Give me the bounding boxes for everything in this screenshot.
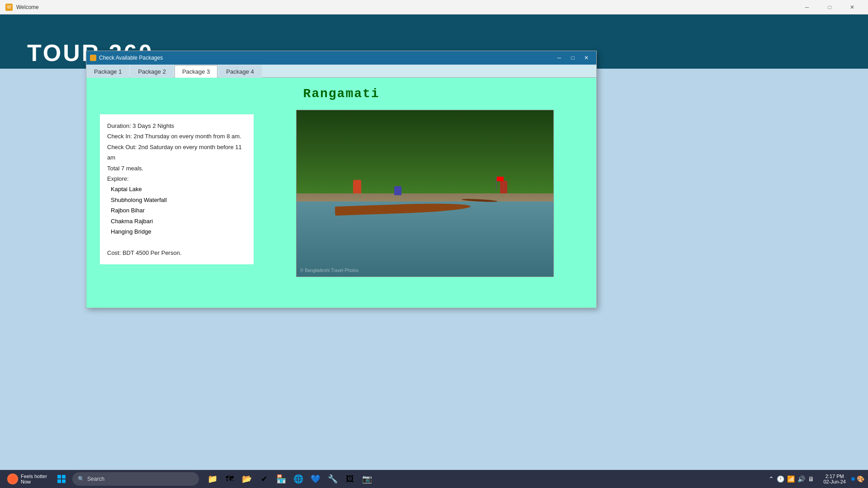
package-destination-title: Rangamati <box>100 87 583 101</box>
explore-item-5: Hanging Bridge <box>111 226 246 237</box>
explore-item-1: Kaptai Lake <box>111 184 246 194</box>
dialog-close-button[interactable]: ✕ <box>580 53 593 62</box>
window-title: Welcome <box>16 4 39 10</box>
tray-clock-icon[interactable]: 🕐 <box>777 475 784 483</box>
explore-item-4: Chakma Rajbari <box>111 216 246 226</box>
dialog-minimize-button[interactable]: ─ <box>553 53 566 62</box>
maximize-button[interactable]: □ <box>819 0 840 14</box>
flag <box>496 177 497 190</box>
weather-icon <box>7 474 18 484</box>
tab-package1[interactable]: Package 1 <box>86 65 129 78</box>
notification-indicator[interactable] <box>851 477 855 481</box>
explore-label: Explore: <box>107 174 246 184</box>
windows-logo <box>57 475 66 483</box>
taskbar-vscode[interactable]: 💙 <box>307 471 324 487</box>
weather-temp: Feels hotter <box>21 474 47 479</box>
taskbar-search[interactable]: 🔍 Search <box>72 472 199 486</box>
minimize-button[interactable]: ─ <box>797 0 817 14</box>
taskbar-right: ⌃ 🕐 📶 🔊 🖥 2:17 PM 02-Jun-24 🎨 <box>765 474 864 484</box>
weather-widget[interactable]: Feels hotter Now <box>4 472 51 486</box>
window-controls: ─ □ ✕ <box>797 0 863 14</box>
close-button[interactable]: ✕ <box>842 0 863 14</box>
taskbar-file-manager[interactable]: 📁 <box>204 471 221 487</box>
weather-sub: Now <box>21 479 47 484</box>
tray-volume[interactable]: 🔊 <box>797 475 805 483</box>
tabs-bar: Package 1 Package 2 Package 3 Package 4 <box>86 65 596 78</box>
dialog-title-text: Check Available Packages <box>99 55 163 61</box>
taskbar: Feels hotter Now 🔍 Search 📁 🗺 📂 ✔ 🏪 🌐 💙 … <box>0 470 868 488</box>
explore-item-2: Shubholong Waterfall <box>111 195 246 205</box>
person1 <box>353 180 361 193</box>
taskbar-maps[interactable]: 🗺 <box>222 471 238 487</box>
taskbar-app-store[interactable]: 🏪 <box>273 471 289 487</box>
tray-network[interactable]: 🖥 <box>808 475 814 483</box>
clock-date: 02-Jun-24 <box>823 479 846 484</box>
explore-item-3: Rajbon Bihar <box>111 205 246 216</box>
taskbar-tick-app[interactable]: ✔ <box>256 471 272 487</box>
search-icon: 🔍 <box>78 476 85 482</box>
taskbar-explorer[interactable]: 📂 <box>239 471 255 487</box>
tab-package3[interactable]: Package 3 <box>175 65 217 78</box>
person3 <box>500 181 507 193</box>
check-packages-dialog: Check Available Packages ─ □ ✕ Package 1… <box>86 51 597 308</box>
search-label: Search <box>87 476 104 482</box>
checkin-line: Check In: 2nd Thursday on every month fr… <box>107 131 246 141</box>
package-info-box: Duration: 3 Days 2 Nights Check In: 2nd … <box>100 114 254 264</box>
title-bar-left: W Welcome <box>5 4 39 11</box>
dialog-app-icon <box>90 55 96 61</box>
tray-wifi[interactable]: 📶 <box>787 475 795 483</box>
tray-up-arrow[interactable]: ⌃ <box>769 475 774 483</box>
clock-time: 2:17 PM <box>826 474 844 479</box>
taskbar-edge[interactable]: 🌐 <box>290 471 307 487</box>
destination-photo: © Bangladeshi Travel Photos <box>296 110 554 277</box>
content-area: Rangamati Duration: 3 Days 2 Nights Chec… <box>86 78 596 308</box>
dialog-title-bar: Check Available Packages ─ □ ✕ <box>86 51 596 65</box>
taskbar-manager[interactable]: 🔧 <box>325 471 341 487</box>
checkout-line: Check Out: 2nd Saturday on every month b… <box>107 142 246 163</box>
weather-text: Feels hotter Now <box>21 474 47 484</box>
taskbar-app-icons: 📁 🗺 📂 ✔ 🏪 🌐 💙 🔧 🖼 📷 <box>204 471 375 487</box>
app-icon: W <box>5 4 13 11</box>
photo-watermark: © Bangladeshi Travel Photos <box>300 268 359 273</box>
meals-line: Total 7 meals. <box>107 163 246 174</box>
title-bar: W Welcome ─ □ ✕ <box>0 0 868 14</box>
taskbar-photos[interactable]: 📷 <box>359 471 375 487</box>
dialog-maximize-button[interactable]: □ <box>566 53 579 62</box>
content-body: Duration: 3 Days 2 Nights Check In: 2nd … <box>100 110 583 295</box>
tab-package4[interactable]: Package 4 <box>218 65 261 78</box>
dialog-title-left: Check Available Packages <box>90 55 163 61</box>
image-area: © Bangladeshi Travel Photos <box>267 110 583 295</box>
clock-display[interactable]: 2:17 PM 02-Jun-24 <box>820 474 849 484</box>
app-background: TOUR 360 Check Available Packages ─ □ ✕ … <box>0 14 868 470</box>
duration-line: Duration: 3 Days 2 Nights <box>107 121 246 131</box>
dialog-controls: ─ □ ✕ <box>553 53 593 62</box>
start-button[interactable] <box>52 472 71 486</box>
system-tray: ⌃ 🕐 📶 🔊 🖥 <box>765 475 818 483</box>
cost-line: Cost: BDT 4500 Per Person. <box>107 248 246 258</box>
tab-package2[interactable]: Package 2 <box>130 65 173 78</box>
person2 <box>394 186 401 195</box>
color-palette-icon[interactable]: 🎨 <box>857 475 864 483</box>
taskbar-gallery[interactable]: 🖼 <box>342 471 358 487</box>
